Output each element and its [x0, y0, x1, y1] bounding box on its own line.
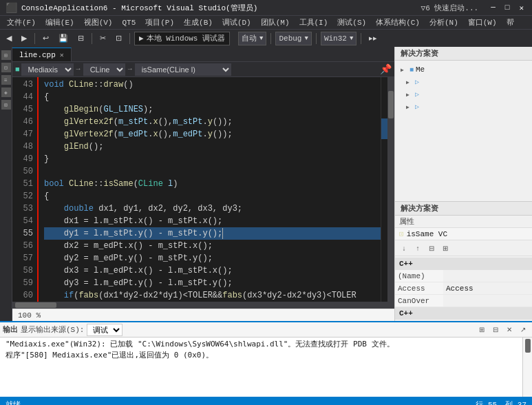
- zoom-level[interactable]: 100 %: [18, 311, 41, 320]
- menu-edit[interactable]: 编辑(E): [41, 16, 78, 29]
- menu-tools[interactable]: 工具(I): [295, 16, 332, 29]
- toolbar-more[interactable]: ▸▸: [365, 32, 381, 45]
- nav-method-dropdown[interactable]: isSame(CLine l): [135, 63, 231, 76]
- menu-qt5[interactable]: QT5: [118, 17, 140, 28]
- code-content[interactable]: void CLine::draw() { glBegin(GL_LINES); …: [39, 77, 381, 302]
- prop-name-value[interactable]: [443, 270, 532, 282]
- menu-build[interactable]: 生成(B): [180, 16, 217, 29]
- tree-item-3[interactable]: ▶ ▷: [395, 101, 532, 113]
- toolbar-icon-1[interactable]: ↩: [39, 32, 52, 45]
- activity-item-1[interactable]: ⊞: [1, 50, 11, 60]
- nav-icon-left: ■: [15, 65, 20, 74]
- toolbar-icon-3[interactable]: ⊟: [74, 32, 87, 45]
- tree-icon-3: ▷: [415, 103, 419, 111]
- activity-item-5[interactable]: ⊠: [1, 100, 11, 110]
- line-num-51: 51: [12, 178, 33, 190]
- solution-panel-title: 解决方案资: [395, 47, 532, 61]
- line-numbers: 43 44 45 46 47 48 49 50 51 52 53 54 55 5…: [12, 77, 39, 302]
- toolbar-separator-3: [129, 33, 130, 44]
- tree-item-2[interactable]: ▶ ▷: [395, 88, 532, 101]
- maximize-button[interactable]: □: [502, 3, 513, 12]
- debug-dropdown[interactable]: Debug▼: [275, 32, 311, 45]
- code-editor[interactable]: 43 44 45 46 47 48 49 50 51 52 53 54 55 5…: [12, 77, 394, 302]
- menu-arch[interactable]: 体系结构(C): [372, 16, 424, 29]
- line-num-45: 45: [12, 103, 33, 116]
- code-line-51: bool CLine::isSame(CLine l): [44, 178, 381, 190]
- tree-expand-1[interactable]: ▶: [406, 79, 413, 85]
- code-line-45: glBegin(GL_LINES);: [44, 103, 381, 116]
- tab-line-cpp[interactable]: line.cpp ✕: [12, 48, 72, 61]
- tree-item-1[interactable]: ▶ ▷: [395, 76, 532, 88]
- menu-window[interactable]: 窗口(W): [464, 16, 501, 29]
- line-num-50: 50: [12, 165, 33, 178]
- close-button[interactable]: ✕: [516, 3, 526, 12]
- code-line-54: dx1 = l.m_stPt.x() - m_stPt.x();: [44, 215, 381, 227]
- status-col[interactable]: 列 37: [505, 399, 526, 406]
- menu-test[interactable]: 测试(S): [333, 16, 370, 29]
- tree-expand-2[interactable]: ▶: [406, 92, 413, 98]
- line-num-57: 57: [12, 252, 33, 264]
- output-source-dropdown[interactable]: 调试: [87, 324, 123, 336]
- toolbar-separator-6: [361, 33, 361, 44]
- toolbar-icon-2[interactable]: 💾: [55, 32, 72, 45]
- title-bar: ⬛ ConsoleApplication6 - Microsoft Visual…: [0, 0, 532, 15]
- output-btn-2[interactable]: ⊟: [489, 324, 502, 336]
- props-toolbar-btn-1[interactable]: ↓: [398, 242, 410, 254]
- status-row[interactable]: 行 55: [476, 399, 497, 406]
- code-line-53: double dx1, dy1, dx2, dy2, dx3, dy3;: [44, 202, 381, 215]
- menu-debug[interactable]: 调试(D): [218, 16, 255, 29]
- toolbar-icon-5[interactable]: ⊡: [112, 32, 125, 45]
- props-toolbar-btn-2[interactable]: ↑: [412, 242, 424, 254]
- prop-canover-value[interactable]: [443, 295, 532, 307]
- menu-view[interactable]: 视图(V): [80, 16, 117, 29]
- editor-container: line.cpp ✕ ■ Mediaxis → CLine → isSame(C…: [12, 47, 394, 321]
- prop-name-label: (Name): [395, 270, 443, 282]
- props-section-cpp-label: C++: [399, 260, 413, 268]
- nav-class-dropdown[interactable]: CLine: [83, 63, 125, 76]
- tree-item-root[interactable]: ▶ ■ Me: [395, 63, 532, 76]
- menu-file[interactable]: 文件(F): [3, 16, 40, 29]
- line-num-43: 43: [12, 79, 33, 91]
- line-num-56: 56: [12, 240, 33, 252]
- output-close-btn[interactable]: ↗: [517, 324, 529, 336]
- nav-pin-icon[interactable]: 📌: [380, 63, 392, 75]
- prop-canover-text: CanOver: [398, 297, 429, 305]
- toolbar-icon-4[interactable]: ✂: [96, 32, 109, 45]
- props-toolbar-btn-4[interactable]: ⊞: [439, 242, 451, 254]
- editor-scrollbar[interactable]: [387, 77, 394, 302]
- props-toolbar-btn-3[interactable]: ⊟: [425, 242, 438, 254]
- h-scroll-thumb[interactable]: [15, 302, 56, 308]
- menu-analyze[interactable]: 分析(N): [425, 16, 462, 29]
- menu-bar: 文件(F) 编辑(E) 视图(V) QT5 项目(P) 生成(B) 调试(D) …: [0, 15, 532, 29]
- code-line-50: [44, 165, 381, 178]
- props-panel: 解决方案资 属性 ⊡ isSame VC ↓ ↑ ⊟ ⊞ C++: [395, 201, 532, 321]
- prop-access-value[interactable]: Access: [443, 282, 532, 294]
- menu-project[interactable]: 项目(P): [141, 16, 178, 29]
- output-btn-3[interactable]: ✕: [503, 324, 515, 336]
- scroll-thumb[interactable]: [388, 91, 394, 118]
- tree-expand-3[interactable]: ▶: [406, 104, 413, 110]
- activity-item-4[interactable]: ◈: [1, 87, 11, 97]
- title-right-info[interactable]: ▽6 快速启动...: [421, 3, 479, 13]
- forward-button[interactable]: ▶: [18, 32, 30, 45]
- tree-icon-root: ■: [409, 66, 414, 74]
- tab-close-icon[interactable]: ✕: [60, 51, 64, 59]
- output-btn-1[interactable]: ⊞: [476, 324, 488, 336]
- activity-item-3[interactable]: ≡: [1, 75, 11, 85]
- status-bar: 就绪 行 55 列 37: [0, 397, 532, 405]
- status-col-text: 列 37: [505, 399, 526, 406]
- menu-help[interactable]: 帮: [502, 16, 518, 29]
- line-num-53: 53: [12, 202, 33, 215]
- nav-file-dropdown[interactable]: Mediaxis: [21, 63, 74, 76]
- output-scrollbar[interactable]: [522, 338, 532, 397]
- output-scroll-thumb[interactable]: [525, 339, 531, 353]
- menu-team[interactable]: 团队(M): [257, 16, 294, 29]
- prop-canover-label: CanOver: [395, 295, 443, 307]
- output-content: "Mediaxis.exe"(Win32): 已加载 "C:\Windows\S…: [0, 338, 522, 397]
- minimize-button[interactable]: ─: [488, 3, 498, 12]
- platform-dropdown[interactable]: Win32▼: [321, 32, 357, 45]
- auto-dropdown[interactable]: 自动▼: [238, 32, 266, 45]
- tree-expand-root[interactable]: ▶: [401, 67, 407, 73]
- back-button[interactable]: ◀: [3, 32, 15, 45]
- activity-item-2[interactable]: ⊟: [1, 63, 11, 72]
